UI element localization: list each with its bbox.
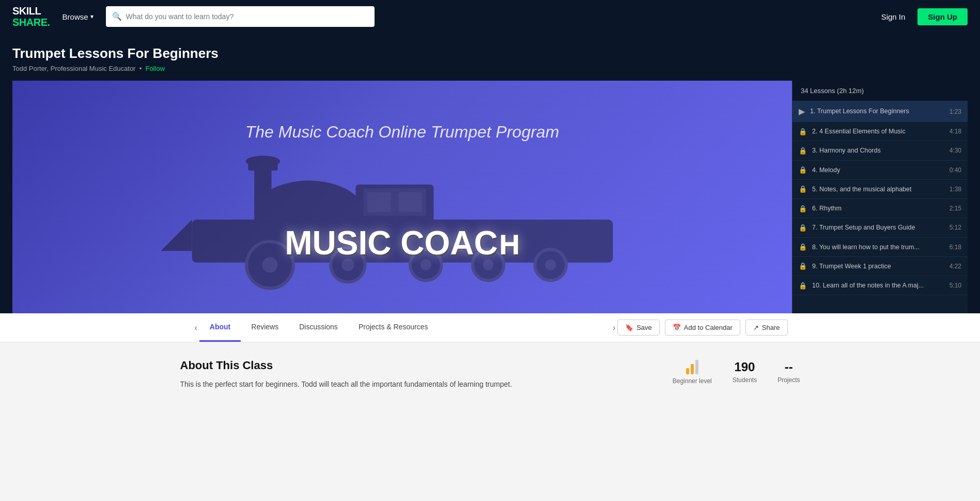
lesson-name: 4. Melody [812, 166, 944, 174]
stat-level: Beginner level [673, 359, 712, 385]
tab-discussions[interactable]: Discussions [289, 313, 348, 342]
browse-button[interactable]: Browse [63, 12, 94, 21]
about-title: About This Class [180, 359, 642, 372]
course-title: Trumpet Lessons For Beginners [12, 45, 968, 62]
projects-label: Projects [777, 376, 800, 384]
stat-students: 190 Students [733, 360, 757, 384]
playlist-item[interactable]: 🔒 6. Rhythm 2:15 [792, 199, 968, 218]
lock-icon: 🔒 [799, 128, 807, 135]
tabs-scroll-left[interactable]: ‹ [193, 323, 199, 332]
share-button[interactable]: ↗ Share [745, 320, 788, 336]
lesson-name: 2. 4 Essential Elements of Music [812, 127, 944, 135]
share-icon: ↗ [753, 324, 759, 331]
bar-1 [686, 368, 689, 374]
playlist-body[interactable]: ▶ 1. Trumpet Lessons For Beginners 1:23 … [792, 101, 968, 303]
bar-3 [695, 360, 698, 374]
bookmark-icon: 🔖 [625, 324, 633, 331]
playlist-item[interactable]: ▶ 1. Trumpet Lessons For Beginners 1:23 [792, 101, 968, 122]
lock-icon: 🔒 [799, 185, 807, 193]
search-icon: 🔍 [112, 12, 122, 21]
course-meta: Todd Porter, Professional Music Educator… [12, 65, 968, 72]
tabs-section: ‹ AboutReviewsDiscussionsProjects & Reso… [0, 313, 980, 342]
bar-2 [691, 364, 694, 374]
lesson-name: 10. Learn all of the notes in the A maj.… [812, 281, 944, 290]
playlist-item[interactable]: 🔒 5. Notes, and the musical alphabet 1:3… [792, 180, 968, 199]
logo: SKILL SHARE. [12, 5, 50, 28]
video-section: The Music Coach Online Trumpet Program [12, 81, 968, 313]
lesson-duration: 1:23 [950, 108, 961, 115]
lock-icon: 🔒 [799, 243, 807, 251]
about-description: This is the perfect start for beginners.… [180, 378, 642, 390]
playlist-item[interactable]: 🔒 10. Learn all of the notes in the A ma… [792, 276, 968, 295]
video-background: The Music Coach Online Trumpet Program [12, 81, 792, 313]
search-bar: 🔍 [106, 6, 375, 27]
lock-icon: 🔒 [799, 166, 807, 174]
lesson-duration: 0:40 [950, 166, 961, 174]
about-inner: About This Class This is the perfect sta… [180, 359, 800, 390]
lesson-duration: 2:15 [950, 205, 961, 212]
video-subtitle: The Music Coach Online Trumpet Program [245, 123, 559, 142]
level-bars [673, 359, 712, 374]
music-coach-watermark: MUSIC COACʜ [285, 224, 519, 262]
lock-icon: 🔒 [799, 205, 807, 212]
follow-link[interactable]: Follow [145, 65, 165, 72]
tab-projects---resources[interactable]: Projects & Resources [348, 313, 439, 342]
lesson-name: 9. Trumpet Week 1 practice [812, 262, 944, 270]
lesson-duration: 5:12 [950, 224, 961, 231]
svg-marker-19 [161, 220, 192, 251]
tabs-scroll-right[interactable]: › [611, 323, 617, 332]
playlist-header: 34 Lessons (2h 12m) [792, 81, 968, 101]
students-label: Students [733, 376, 757, 384]
lesson-duration: 4:18 [950, 128, 961, 135]
level-label: Beginner level [673, 377, 712, 385]
tab-reviews[interactable]: Reviews [241, 313, 289, 342]
add-to-calendar-button[interactable]: 📅 Add to Calendar [665, 320, 740, 336]
lesson-name: 7. Trumpet Setup and Buyers Guide [812, 223, 944, 232]
playlist-item[interactable]: 🔒 3. Harmony and Chords 4:30 [792, 141, 968, 160]
video-content: The Music Coach Online Trumpet Program [12, 81, 792, 313]
lock-icon: 🔒 [799, 282, 807, 290]
playlist-panel: 34 Lessons (2h 12m) ▶ 1. Trumpet Lessons… [792, 81, 968, 313]
lesson-name: 5. Notes, and the musical alphabet [812, 185, 944, 193]
lesson-duration: 6:18 [950, 244, 961, 251]
playlist-item[interactable]: 🔒 8. You will learn how to put the trum.… [792, 238, 968, 257]
svg-point-20 [245, 156, 279, 166]
header: SKILL SHARE. Browse 🔍 Sign In Sign Up [0, 0, 980, 33]
playlist-item[interactable]: 🔒 4. Melody 0:40 [792, 161, 968, 180]
about-section: About This Class This is the perfect sta… [0, 342, 980, 406]
search-input[interactable] [126, 12, 368, 21]
calendar-icon: 📅 [673, 324, 681, 331]
svg-point-18 [545, 260, 556, 270]
lesson-duration: 4:22 [950, 263, 961, 270]
course-section: Trumpet Lessons For Beginners Todd Porte… [0, 33, 980, 313]
about-text: About This Class This is the perfect sta… [180, 359, 642, 390]
play-icon: ▶ [799, 107, 805, 116]
playlist-item[interactable]: 🔒 9. Trumpet Week 1 practice 4:22 [792, 257, 968, 276]
tab-actions: 🔖 Save 📅 Add to Calendar ↗ Share [617, 315, 787, 340]
lesson-name: 6. Rhythm [812, 204, 944, 212]
tabs-inner: ‹ AboutReviewsDiscussionsProjects & Reso… [180, 313, 800, 342]
lesson-name: 1. Trumpet Lessons For Beginners [810, 107, 944, 115]
train-silhouette [129, 149, 675, 290]
lock-icon: 🔒 [799, 262, 807, 270]
playlist-item[interactable]: 🔒 2. 4 Essential Elements of Music 4:18 [792, 122, 968, 141]
stat-projects: -- Projects [777, 360, 800, 384]
stats-area: Beginner level 190 Students -- Projects [673, 359, 800, 385]
lesson-name: 8. You will learn how to put the trum... [812, 243, 944, 251]
save-button[interactable]: 🔖 Save [617, 320, 660, 336]
svg-point-10 [262, 257, 277, 273]
svg-rect-6 [367, 192, 391, 212]
lock-icon: 🔒 [799, 147, 807, 155]
lesson-duration: 1:38 [950, 186, 961, 193]
video-player[interactable]: The Music Coach Online Trumpet Program [12, 81, 792, 313]
svg-rect-7 [398, 192, 422, 212]
sign-in-button[interactable]: Sign In [881, 12, 906, 21]
lock-icon: 🔒 [799, 224, 807, 232]
students-count: 190 [733, 360, 757, 374]
playlist-item[interactable]: 🔒 7. Trumpet Setup and Buyers Guide 5:12 [792, 218, 968, 237]
lesson-name: 3. Harmony and Chords [812, 146, 944, 155]
tabs-list: AboutReviewsDiscussionsProjects & Resour… [199, 313, 611, 342]
lesson-duration: 4:30 [950, 147, 961, 154]
tab-about[interactable]: About [199, 313, 241, 342]
sign-up-button[interactable]: Sign Up [917, 8, 968, 25]
